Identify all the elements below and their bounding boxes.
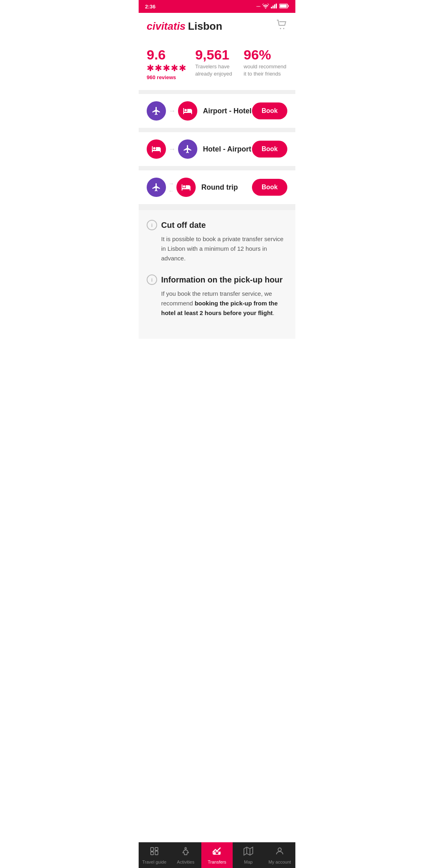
svg-rect-6 <box>280 4 287 7</box>
recommend-percent: 96% <box>244 48 287 61</box>
status-time: 2:36 <box>145 4 156 10</box>
transfer-label-2: Hotel - Airport <box>203 145 252 154</box>
from-airport-icon <box>147 101 166 121</box>
logo: civitatis Lisbon <box>147 20 222 33</box>
book-hotel-airport-button[interactable]: Book <box>252 141 287 158</box>
stat-rating: 9.6 ✱✱✱✱✱ 960 reviews <box>147 48 190 80</box>
pickup-hour-block: i Information on the pick-up hour If you… <box>147 274 287 318</box>
transfer-airport-hotel: → Airport - Hotel Book <box>139 94 295 128</box>
stat-travelers: 9,561 Travelers have already enjoyed <box>190 48 239 80</box>
to-airport-icon <box>178 139 197 159</box>
cart-button[interactable] <box>276 19 287 33</box>
rating-value: 9.6 <box>147 48 190 61</box>
transfer-label-1: Airport - Hotel <box>203 107 252 115</box>
from-hotel-icon <box>147 139 166 159</box>
transfer-icons-1: → <box>147 101 197 121</box>
battery-icon <box>279 4 289 10</box>
svg-rect-0 <box>271 7 272 8</box>
signal-icon <box>271 4 277 10</box>
brand-name: civitatis <box>147 20 186 33</box>
stats-section: 9.6 ✱✱✱✱✱ 960 reviews 9,561 Travelers ha… <box>139 40 295 90</box>
status-bar: 2:36 ··· <box>139 0 295 13</box>
reviews-text: 960 reviews <box>147 74 190 80</box>
stat-recommend: 96% would recommend it to their friends <box>239 48 287 80</box>
book-airport-hotel-button[interactable]: Book <box>252 102 287 119</box>
status-icons: ··· <box>256 4 289 10</box>
info-section: i Cut off date It is possible to book a … <box>139 210 295 339</box>
to-hotel-icon <box>178 101 197 121</box>
cut-off-header: i Cut off date <box>147 220 287 230</box>
wifi-icon <box>262 4 269 10</box>
roundtrip-from-icon <box>147 178 166 197</box>
transfer-hotel-airport: → Hotel - Airport Book <box>139 132 295 166</box>
roundtrip-to-icon <box>176 178 196 197</box>
divider-2 <box>139 128 295 132</box>
cut-off-info-icon: i <box>147 220 157 230</box>
reviews-count: 960 <box>147 74 156 80</box>
travelers-description: Travelers have already enjoyed <box>195 63 239 78</box>
arrow-icon-2: → <box>168 145 176 154</box>
rating-stars: ✱✱✱✱✱ <box>147 63 190 74</box>
divider-4 <box>139 205 295 210</box>
book-round-trip-button[interactable]: Book <box>252 179 287 196</box>
svg-point-8 <box>283 28 285 29</box>
reviews-label-text: reviews <box>157 74 176 80</box>
recommend-description: would recommend it to their friends <box>244 63 287 78</box>
section-divider <box>139 90 295 94</box>
travelers-count: 9,561 <box>195 48 239 61</box>
svg-rect-2 <box>274 4 275 8</box>
pickup-text: If you book the return transfer service,… <box>147 289 287 318</box>
transfer-label-3: Round trip <box>201 183 252 192</box>
divider-3 <box>139 166 295 170</box>
svg-point-7 <box>280 28 281 29</box>
app-header: civitatis Lisbon <box>139 13 295 40</box>
city-name: Lisbon <box>188 20 222 33</box>
transfer-icons-3: → ← <box>147 178 196 197</box>
cut-off-date-block: i Cut off date It is possible to book a … <box>147 220 287 263</box>
svg-rect-5 <box>288 5 289 7</box>
svg-rect-3 <box>276 4 277 8</box>
arrow-icon-3: → ← <box>168 180 174 194</box>
svg-rect-1 <box>272 6 274 8</box>
pickup-title: Information on the pick-up hour <box>161 275 283 285</box>
pickup-info-icon: i <box>147 274 157 285</box>
signal-dots-icon: ··· <box>256 4 260 9</box>
pickup-header: i Information on the pick-up hour <box>147 274 287 285</box>
transfer-round-trip: → ← Round trip Book <box>139 170 295 205</box>
transfer-icons-2: → <box>147 139 197 159</box>
cut-off-title: Cut off date <box>161 221 206 230</box>
arrow-icon-1: → <box>168 107 176 115</box>
cut-off-text: It is possible to book a private transfe… <box>147 234 287 263</box>
